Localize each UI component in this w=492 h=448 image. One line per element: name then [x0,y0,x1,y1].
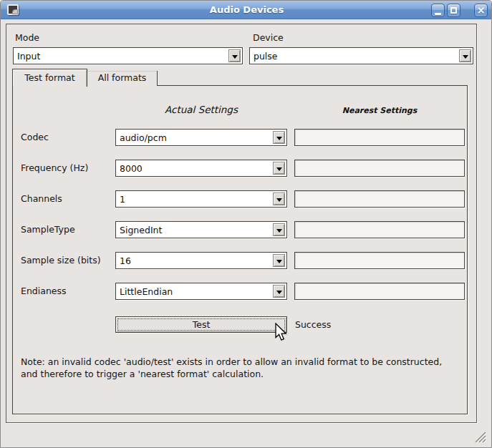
test-status: Success [295,319,331,330]
channels-combobox[interactable]: 1 [115,190,287,208]
channels-dropdown-button[interactable] [273,193,285,205]
chevron-down-icon [276,291,282,294]
minimize-icon [435,13,441,15]
endianess-combobox[interactable]: LittleEndian [115,283,287,300]
tab-all-formats[interactable]: All formats [87,71,158,86]
minimize-button[interactable] [431,4,445,17]
test-button[interactable]: Test [115,316,287,333]
actual-settings-header: Actual Settings [115,104,287,115]
frequency-nearest-field [294,160,465,177]
sampletype-dropdown-button[interactable] [273,223,285,236]
chevron-down-icon [232,55,238,59]
maximize-icon [450,7,457,14]
samplesize-combobox[interactable]: 16 [115,252,287,269]
device-label: Device [253,32,284,43]
sampletype-label: SampleType [21,224,75,235]
mode-dropdown-button[interactable] [228,49,241,62]
mouse-cursor [274,323,289,343]
endianess-combobox-value: LittleEndian [120,286,173,297]
frequency-dropdown-button[interactable] [273,162,285,175]
codec-dropdown-button[interactable] [273,131,285,144]
window-title: Audio Devices [1,4,492,15]
endianess-dropdown-button[interactable] [273,285,285,298]
chevron-down-icon [276,137,282,140]
sampletype-combobox-value: SignedInt [120,225,162,235]
close-button[interactable]: × [474,4,488,17]
codec-nearest-field [294,129,465,146]
test-format-pane: Actual Settings Nearest Settings Codec a… [12,85,468,414]
frequency-label: Frequency (Hz) [21,162,88,173]
mode-label: Mode [15,32,39,43]
chevron-down-icon [276,198,282,202]
endianess-label: Endianess [21,286,67,296]
samplesize-label: Sample size (bits) [21,255,101,266]
chevron-down-icon [276,260,282,263]
codec-combobox-value: audio/pcm [120,132,167,143]
tab-test-format[interactable]: Test format [12,69,87,87]
chevron-down-icon [276,167,282,171]
channels-nearest-field [294,190,465,208]
audio-devices-window: Audio Devices × Mode Device Input pulse [0,0,492,448]
device-combobox[interactable]: pulse [249,47,473,64]
frequency-combobox-value: 8000 [120,163,143,174]
mode-combobox-value: Input [17,51,40,62]
sampletype-combobox[interactable]: SignedInt [115,221,287,238]
device-combobox-value: pulse [254,51,278,62]
note-line-1: Note: an invalid codec 'audio/test' exis… [21,356,442,368]
note-line-2: and therefore to trigger a 'nearest form… [21,368,442,380]
frequency-combobox[interactable]: 8000 [115,160,287,177]
chevron-down-icon [276,229,282,233]
device-dropdown-button[interactable] [459,49,471,62]
samplesize-nearest-field [294,252,465,269]
endianess-nearest-field [294,283,465,300]
codec-label: Codec [21,132,49,142]
content-frame: Mode Device Input pulse Test format All … [6,24,477,423]
note-text: Note: an invalid codec 'audio/test' exis… [21,356,442,380]
nearest-settings-header: Nearest Settings [294,106,465,115]
titlebar[interactable]: Audio Devices × [1,1,492,19]
sampletype-nearest-field [294,221,465,238]
samplesize-dropdown-button[interactable] [273,254,285,267]
close-icon: × [475,4,487,16]
channels-combobox-value: 1 [120,194,125,205]
maximize-button[interactable] [447,4,460,17]
chevron-down-icon [463,55,468,59]
mode-combobox[interactable]: Input [13,47,243,64]
codec-combobox[interactable]: audio/pcm [115,129,287,146]
samplesize-combobox-value: 16 [120,255,131,266]
resize-grip[interactable] [471,427,488,444]
channels-label: Channels [21,193,62,204]
